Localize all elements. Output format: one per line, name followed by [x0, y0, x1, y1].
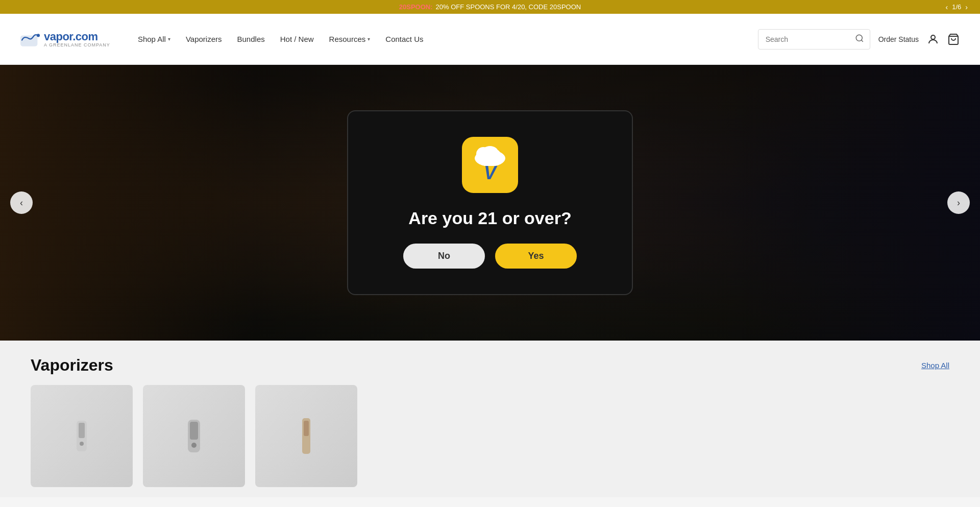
modal-v-letter: V	[484, 162, 496, 184]
search-input[interactable]	[766, 35, 855, 43]
promo-text: 20% OFF SPOONS FOR 4/20, CODE 20SPOON	[436, 3, 581, 11]
logo-main-text: vapor.com	[44, 31, 110, 42]
modal-overlay: V Are you 21 or over? No Yes	[0, 65, 980, 341]
search-icon-btn[interactable]	[855, 34, 864, 45]
svg-rect-17	[304, 421, 309, 436]
product-card[interactable]	[31, 385, 133, 487]
svg-point-2	[856, 35, 862, 41]
nav-hot-new[interactable]: Hot / New	[273, 31, 321, 47]
svg-rect-0	[20, 35, 37, 46]
logo-text: vapor.com A GREENLANE COMPANY	[44, 31, 110, 47]
nav-bundles[interactable]: Bundles	[230, 31, 272, 47]
product-vaporizer-icon-3	[291, 416, 322, 456]
promo-code: 20SPOON:	[399, 3, 433, 11]
svg-rect-14	[190, 422, 198, 440]
chevron-down-icon-2: ▾	[368, 36, 370, 42]
product-vaporizer-icon	[66, 416, 97, 456]
header-right: Order Status	[758, 29, 960, 50]
age-yes-button[interactable]: Yes	[495, 244, 577, 269]
svg-point-4	[931, 35, 935, 39]
svg-point-1	[37, 34, 40, 37]
vaporizers-title: Vaporizers	[31, 356, 113, 375]
promo-prev-btn[interactable]: ‹	[944, 2, 950, 12]
account-icon	[927, 33, 939, 45]
nav-vaporizers[interactable]: Vaporizers	[179, 31, 229, 47]
svg-point-15	[191, 443, 197, 448]
nav-resources[interactable]: Resources ▾	[322, 31, 378, 47]
svg-line-3	[861, 40, 863, 41]
product-image-placeholder	[31, 385, 133, 487]
age-no-button[interactable]: No	[403, 244, 485, 269]
bottom-section: Vaporizers Shop All	[0, 341, 980, 497]
nav-contact[interactable]: Contact Us	[378, 31, 430, 47]
promo-counter: 1/6	[952, 3, 961, 11]
svg-point-12	[80, 442, 84, 446]
chevron-down-icon: ▾	[168, 36, 170, 42]
product-vaporizer-icon-2	[179, 416, 209, 456]
product-image-placeholder-2	[143, 385, 245, 487]
product-card-2[interactable]	[143, 385, 245, 487]
promo-nav: ‹ 1/6 ›	[944, 2, 970, 12]
hero-section: ‹ › V Are you 21 or over? No Yes	[0, 65, 980, 341]
vaporizers-header: Vaporizers Shop All	[31, 356, 949, 375]
svg-rect-11	[79, 423, 85, 438]
account-icon-btn[interactable]	[927, 33, 939, 45]
cart-icon	[947, 33, 960, 45]
product-card-3[interactable]	[255, 385, 357, 487]
order-status-link[interactable]: Order Status	[878, 35, 919, 43]
nav-shop-all[interactable]: Shop All ▾	[131, 31, 178, 47]
age-verification-modal: V Are you 21 or over? No Yes	[347, 110, 633, 295]
svg-point-9	[482, 146, 498, 158]
modal-buttons: No Yes	[379, 244, 601, 269]
vapor-logo-icon	[20, 32, 40, 46]
header: vapor.com A GREENLANE COMPANY Shop All ▾…	[0, 14, 980, 65]
product-image-placeholder-3	[255, 385, 357, 487]
promo-banner: 20SPOON: 20% OFF SPOONS FOR 4/20, CODE 2…	[0, 0, 980, 14]
modal-title: Are you 21 or over?	[408, 208, 571, 228]
search-icon	[855, 34, 864, 43]
search-box	[758, 29, 870, 50]
main-nav: Shop All ▾ Vaporizers Bundles Hot / New …	[131, 31, 758, 47]
promo-next-btn[interactable]: ›	[963, 2, 970, 12]
shop-all-link[interactable]: Shop All	[921, 361, 949, 370]
cart-icon-btn[interactable]	[947, 33, 960, 45]
logo-link[interactable]: vapor.com A GREENLANE COMPANY	[20, 31, 110, 47]
product-grid	[31, 385, 949, 487]
modal-logo: V	[462, 137, 518, 193]
logo-sub-text: A GREENLANE COMPANY	[44, 42, 110, 47]
